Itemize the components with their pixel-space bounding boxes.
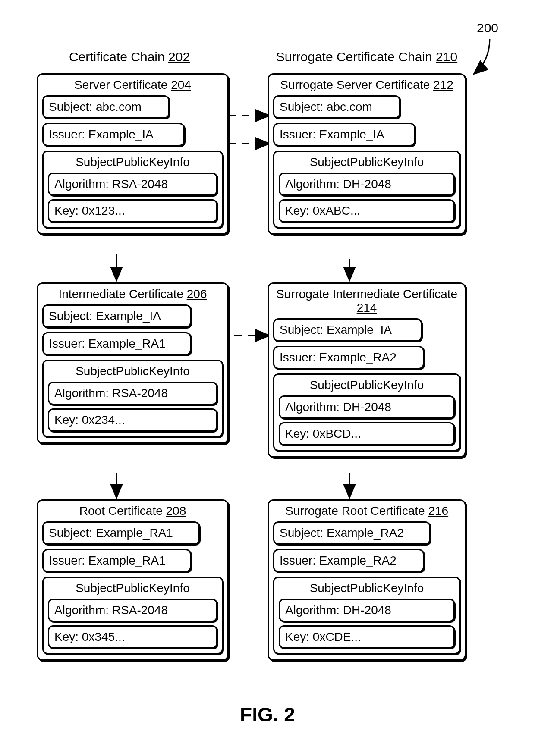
key-field: Key: 0x345...	[48, 625, 217, 649]
algorithm-field: Algorithm: RSA-2048	[48, 599, 217, 622]
figure-ref-num: 200	[477, 21, 498, 35]
cert-title: Surrogate Root Certificate 216	[273, 504, 460, 518]
issuer-field: Issuer: Example_RA1	[42, 332, 191, 355]
cert-title: Server Certificate 204	[42, 78, 223, 92]
surrogate-intermediate-certificate: Surrogate Intermediate Certificate 214 S…	[268, 282, 466, 458]
algorithm-field: Algorithm: RSA-2048	[48, 173, 217, 196]
key-field: Key: 0x234...	[48, 408, 217, 432]
spki-label: SubjectPublicKeyInfo	[48, 364, 217, 378]
algorithm-field: Algorithm: DH-2048	[279, 173, 455, 196]
root-certificate: Root Certificate 208 Subject: Example_RA…	[37, 499, 229, 661]
left-chain-title: Certificate Chain 202	[35, 50, 224, 64]
subject-field: Subject: Example_IA	[42, 304, 191, 328]
issuer-field: Issuer: Example_IA	[273, 123, 415, 146]
cert-title: Surrogate Intermediate Certificate 214	[273, 287, 460, 315]
issuer-field: Issuer: Example_RA1	[42, 549, 191, 572]
left-chain-ref: 202	[168, 50, 190, 64]
surrogate-server-certificate: Surrogate Server Certificate 212 Subject…	[268, 73, 466, 235]
surrogate-root-certificate: Surrogate Root Certificate 216 Subject: …	[268, 499, 466, 661]
spki-label: SubjectPublicKeyInfo	[279, 581, 455, 595]
subject-field: Subject: abc.com	[273, 95, 400, 119]
spki-box: SubjectPublicKeyInfo Algorithm: RSA-2048…	[42, 151, 223, 228]
spki-label: SubjectPublicKeyInfo	[48, 155, 217, 169]
issuer-field: Issuer: Example_RA2	[273, 346, 424, 369]
spki-box: SubjectPublicKeyInfo Algorithm: RSA-2048…	[42, 577, 223, 654]
issuer-field: Issuer: Example_RA2	[273, 549, 424, 572]
right-chain-title-text: Surrogate Certificate Chain	[276, 50, 432, 64]
subject-field: Subject: Example_RA1	[42, 521, 200, 545]
algorithm-field: Algorithm: DH-2048	[279, 395, 455, 419]
cert-title: Surrogate Server Certificate 212	[273, 78, 460, 92]
key-field: Key: 0x123...	[48, 199, 217, 223]
left-chain-title-text: Certificate Chain	[69, 50, 165, 64]
cert-title: Root Certificate 208	[42, 504, 223, 518]
subject-field: Subject: Example_RA2	[273, 521, 431, 545]
right-chain-title: Surrogate Certificate Chain 210	[263, 50, 470, 64]
key-field: Key: 0xCDE...	[279, 625, 455, 649]
algorithm-field: Algorithm: DH-2048	[279, 599, 455, 622]
spki-label: SubjectPublicKeyInfo	[48, 581, 217, 595]
algorithm-field: Algorithm: RSA-2048	[48, 382, 217, 405]
spki-box: SubjectPublicKeyInfo Algorithm: DH-2048 …	[273, 151, 460, 228]
figure-label: FIG. 2	[0, 703, 535, 726]
subject-field: Subject: abc.com	[42, 95, 170, 119]
spki-label: SubjectPublicKeyInfo	[279, 155, 455, 169]
spki-label: SubjectPublicKeyInfo	[279, 378, 455, 392]
key-field: Key: 0xBCD...	[279, 422, 455, 445]
cert-title: Intermediate Certificate 206	[42, 287, 223, 301]
spki-box: SubjectPublicKeyInfo Algorithm: RSA-2048…	[42, 360, 223, 437]
right-chain-ref: 210	[436, 50, 457, 64]
server-certificate: Server Certificate 204 Subject: abc.com …	[37, 73, 229, 235]
issuer-field: Issuer: Example_IA	[42, 123, 185, 146]
spki-box: SubjectPublicKeyInfo Algorithm: DH-2048 …	[273, 373, 460, 451]
key-field: Key: 0xABC...	[279, 199, 455, 223]
intermediate-certificate: Intermediate Certificate 206 Subject: Ex…	[37, 282, 229, 444]
spki-box: SubjectPublicKeyInfo Algorithm: DH-2048 …	[273, 577, 460, 654]
subject-field: Subject: Example_IA	[273, 318, 422, 342]
